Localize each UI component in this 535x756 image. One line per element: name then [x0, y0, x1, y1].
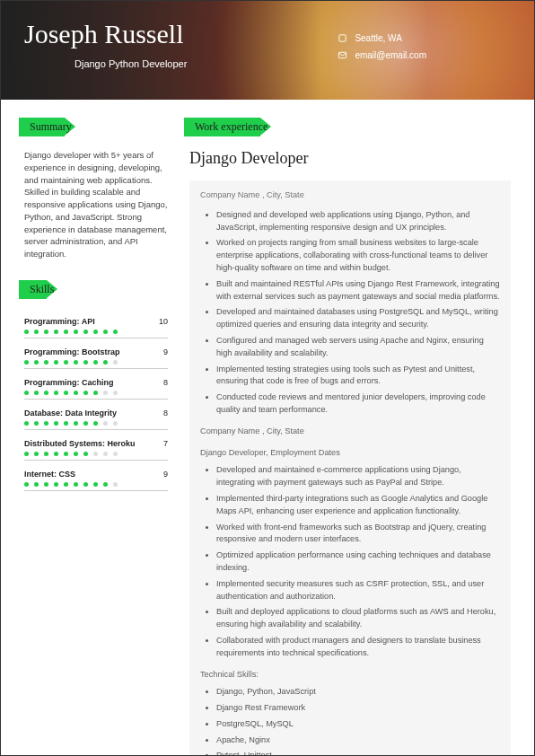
company-1: Company Name , City, State — [200, 189, 500, 202]
skill-name: Internet: CSS — [24, 470, 75, 479]
list-item: Apache, Nginx — [216, 734, 500, 747]
skill-level: 8 — [163, 378, 168, 387]
list-item: Worked with front-end frameworks such as… — [216, 522, 500, 547]
list-item: Collaborated with product managers and d… — [216, 635, 500, 660]
left-column: Summary Django developer with 5+ years o… — [24, 118, 168, 756]
skill-dots — [24, 360, 168, 365]
role-title: Django Developer — [189, 149, 511, 168]
email-icon — [338, 50, 347, 60]
list-item: Built and maintained RESTful APIs using … — [216, 278, 500, 303]
skill-name: Programming: API — [24, 317, 95, 326]
list-item: Implemented security measures such as CS… — [216, 578, 500, 603]
location-text: Seattle, WA — [355, 33, 401, 43]
summary-heading: Summary — [24, 118, 81, 136]
skill-dots — [24, 421, 168, 426]
list-item: Implemented testing strategies using too… — [216, 364, 500, 389]
company-2: Company Name , City, State — [200, 426, 500, 438]
skill-name: Programming: Bootstrap — [24, 347, 120, 356]
skill-level: 8 — [163, 409, 168, 418]
list-item: Conducted code reviews and mentored juni… — [216, 391, 500, 417]
svg-rect-0 — [339, 35, 346, 41]
header: Joseph Russell Django Python Developer S… — [1, 1, 534, 100]
right-column: Work experience Django Developer Company… — [189, 118, 511, 756]
list-item: Built and deployed applications to cloud… — [216, 606, 500, 631]
skill-item: Programming: Caching8 — [24, 378, 168, 400]
list-item: Implemented third-party integrations suc… — [216, 493, 500, 518]
list-item: Django Rest Framework — [216, 702, 500, 715]
skill-level: 7 — [163, 439, 168, 448]
job-title-header: Django Python Developer — [75, 58, 511, 69]
list-item: Django, Python, JavaScript — [216, 686, 500, 699]
skill-level: 9 — [163, 470, 168, 479]
list-item: Developed and maintained e-commerce appl… — [216, 464, 500, 489]
bullets-1: Designed and developed web applications … — [200, 209, 500, 417]
list-item: Developed and maintained databases using… — [216, 306, 500, 331]
skill-name: Database: Data Integrity — [24, 409, 117, 418]
experience-heading: Work experience — [189, 118, 276, 136]
skill-level: 10 — [159, 317, 168, 326]
list-item: Worked on projects ranging from small bu… — [216, 237, 500, 274]
skill-name: Distributed Systems: Heroku — [24, 439, 136, 448]
skill-dots — [24, 482, 168, 487]
bullets-2: Developed and maintained e-commerce appl… — [200, 464, 500, 659]
job-block: Company Name , City, State Designed and … — [189, 180, 511, 756]
skills-heading: Skills — [24, 280, 63, 299]
contact-block: Seattle, WA email@email.com — [338, 33, 426, 67]
skill-dots — [24, 452, 168, 456]
subheading-2: Django Developer, Employment Dates — [200, 447, 500, 460]
resume-page: Joseph Russell Django Python Developer S… — [0, 0, 535, 756]
body: Summary Django developer with 5+ years o… — [1, 100, 534, 756]
skill-item: Programming: API10 — [24, 317, 168, 338]
list-item: Optimized application performance using … — [216, 549, 500, 575]
skill-dots — [24, 330, 168, 334]
skills-list: Programming: API10Programming: Bootstrap… — [24, 317, 168, 491]
location-row: Seattle, WA — [338, 33, 426, 43]
skill-item: Programming: Bootstrap9 — [24, 347, 168, 369]
list-item: Configured and managed web servers using… — [216, 335, 500, 360]
email-row: email@email.com — [338, 50, 426, 60]
tech-list: Django, Python, JavaScriptDjango Rest Fr… — [200, 686, 500, 756]
skill-item: Distributed Systems: Heroku7 — [24, 439, 168, 461]
skill-item: Internet: CSS9 — [24, 470, 168, 491]
summary-text: Django developer with 5+ years of experi… — [24, 149, 168, 260]
tech-heading: Technical Skills: — [200, 669, 500, 681]
list-item: PostgreSQL, MySQL — [216, 718, 500, 731]
skill-level: 9 — [163, 347, 168, 356]
skill-item: Database: Data Integrity8 — [24, 409, 168, 430]
skill-name: Programming: Caching — [24, 378, 114, 387]
list-item: Designed and developed web applications … — [216, 209, 500, 234]
email-text: email@email.com — [355, 50, 426, 60]
list-item: Pytest, Unittest — [216, 750, 500, 756]
location-icon — [338, 33, 347, 43]
person-name: Joseph Russell — [24, 19, 511, 49]
skill-dots — [24, 391, 168, 395]
